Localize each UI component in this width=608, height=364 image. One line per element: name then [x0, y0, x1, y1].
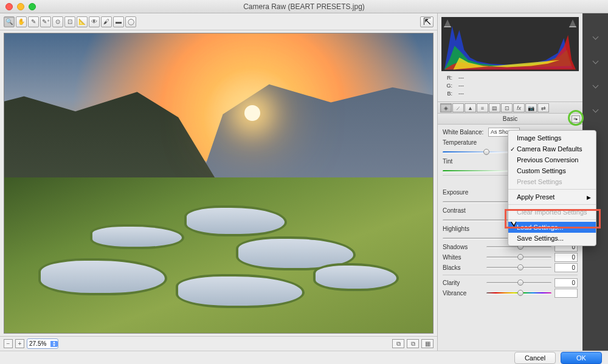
color-sampler-tool[interactable]: ✎⁺	[40, 16, 51, 27]
menu-save-settings[interactable]: Save Settings...	[508, 233, 596, 244]
annotation-circle	[568, 110, 584, 126]
tab-lens[interactable]: ⊡	[501, 103, 513, 112]
blacks-slider[interactable]	[486, 263, 551, 272]
brush-tool[interactable]: 🖌	[101, 16, 112, 27]
white-balance-label: White Balance:	[443, 129, 486, 136]
shadow-clip-icon[interactable]: ⧉	[392, 339, 404, 348]
tab-fx[interactable]: fx	[513, 103, 525, 112]
tab-detail[interactable]: ▲	[465, 103, 476, 112]
vibrance-slider[interactable]	[486, 289, 551, 297]
panel-tabs: ◈ ⟋ ▲ ≡ ▤ ⊡ fx 📷 ⇄	[438, 101, 582, 114]
target-adjust-tool[interactable]: ⊙	[52, 16, 63, 27]
hand-tool[interactable]: ✋	[16, 16, 27, 27]
clarity-slider[interactable]	[486, 278, 551, 287]
tab-curve[interactable]: ⟋	[452, 103, 464, 112]
window-title: Camera Raw (BEART PRESETS.jpg)	[0, 2, 608, 11]
preview-footer: − + 27.5% ▲▼ ⧉ ⧉ ▦	[0, 336, 437, 351]
menu-previous-conversion[interactable]: Previous Conversion	[508, 154, 596, 165]
panel-title: Basic ≡▸	[438, 114, 582, 125]
tab-split[interactable]: ▤	[489, 103, 500, 112]
tab-camera[interactable]: 📷	[525, 103, 537, 112]
panel-flyout-menu: Image Settings ✓Camera Raw Defaults Prev…	[508, 130, 596, 246]
grid-icon[interactable]: ▦	[421, 339, 434, 348]
ok-button[interactable]: OK	[561, 352, 602, 364]
menu-load-settings[interactable]: Load Settings...	[508, 222, 596, 233]
menu-clear-imported: Clear Imported Settings	[508, 207, 596, 218]
zoom-out-button[interactable]: −	[4, 339, 13, 348]
tab-hsl[interactable]: ≡	[477, 103, 488, 112]
crop-tool[interactable]: ⊡	[64, 16, 75, 27]
whites-slider[interactable]	[486, 253, 551, 261]
maximize-window-button[interactable]	[29, 3, 36, 10]
close-window-button[interactable]	[5, 3, 13, 10]
menu-custom-settings[interactable]: Custom Settings	[508, 165, 596, 176]
zoom-tool[interactable]: 🔍	[4, 16, 15, 27]
dialog-footer: Cancel OK	[0, 351, 608, 364]
menu-apply-preset[interactable]: Apply Preset▶	[508, 191, 596, 202]
zoom-select[interactable]: 27.5% ▲▼	[27, 338, 58, 349]
white-balance-tool[interactable]: ✎	[28, 16, 39, 27]
zoom-in-button[interactable]: +	[15, 339, 24, 348]
radial-filter-tool[interactable]: ◯	[125, 16, 136, 27]
window-titlebar: Camera Raw (BEART PRESETS.jpg)	[0, 0, 608, 13]
menu-camera-defaults[interactable]: ✓Camera Raw Defaults	[508, 143, 596, 154]
menu-preset-settings: Preset Settings	[508, 176, 596, 187]
toolbar: 🔍 ✋ ✎ ✎⁺ ⊙ ⊡ 📐 👁 🖌 ▬ ◯ ⇱	[0, 13, 437, 30]
menu-image-settings[interactable]: Image Settings	[508, 132, 596, 143]
histogram	[441, 17, 579, 72]
tab-basic[interactable]: ◈	[440, 103, 452, 112]
cancel-button[interactable]: Cancel	[514, 352, 556, 364]
minimize-window-button[interactable]	[17, 3, 24, 10]
tab-presets[interactable]: ⇄	[537, 103, 549, 112]
highlight-clip-icon[interactable]: ⧉	[407, 339, 419, 348]
image-preview[interactable]	[4, 33, 434, 334]
grad-filter-tool[interactable]: ▬	[113, 16, 124, 27]
spot-removal-tool[interactable]: 👁	[89, 16, 100, 27]
straighten-tool[interactable]: 📐	[77, 16, 88, 27]
rgb-readout: R: --- G: --- B: ---	[438, 73, 582, 101]
fullscreen-toggle[interactable]: ⇱	[420, 16, 434, 27]
